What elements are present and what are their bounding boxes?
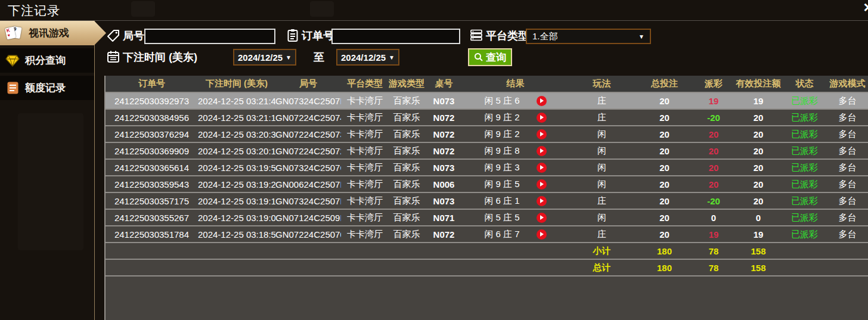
sidebar: 9♠ K♥ 视讯游戏 积分查询 额: [0, 21, 95, 320]
cell-round: GN07224C25074: [275, 113, 341, 123]
column-header: 派彩: [693, 78, 734, 89]
cell-time: 2024-12-25 03:21:15: [198, 113, 275, 123]
cell-valid_bet: 20: [734, 179, 782, 189]
play-video-icon[interactable]: [537, 113, 547, 123]
table-row[interactable]: 2412250303595432024-12-25 03:19:29GN0062…: [106, 175, 868, 192]
cell-total_bet: 20: [636, 196, 693, 206]
cell-valid_bet: 20: [734, 129, 782, 139]
cell-status: 已派彩: [782, 229, 827, 240]
table-row[interactable]: 2412250303552672024-12-25 03:19:03GN0712…: [106, 209, 868, 225]
cell-play: 闲: [568, 212, 636, 223]
cell-round: GN00624C2507P: [275, 179, 341, 189]
cell-status: 已派彩: [782, 145, 827, 157]
cell-status: 已派彩: [782, 129, 827, 140]
cell-table_no: N073: [424, 196, 463, 206]
cell-total_bet: 20: [636, 229, 693, 240]
table-row[interactable]: 2412250303571752024-12-25 03:19:15GN0732…: [106, 192, 868, 209]
play-video-icon[interactable]: [537, 96, 547, 106]
search-icon: [474, 52, 483, 62]
table-row[interactable]: 2412250303656142024-12-25 03:19:53GN0732…: [106, 159, 868, 175]
sidebar-item-points-query[interactable]: 积分查询: [0, 48, 94, 73]
cell-mode: 多台: [827, 212, 868, 223]
cell-mode: 多台: [827, 95, 868, 107]
platform-type-select[interactable]: 1.全部 ▼: [526, 29, 651, 44]
play-video-icon[interactable]: [537, 179, 547, 189]
cell-result: 闲 9 庄 2: [463, 129, 568, 140]
cell-time: 2024-12-25 03:21:49: [198, 96, 275, 106]
chevron-down-icon: ▼: [389, 54, 395, 61]
result-text: 闲 5 庄 5: [484, 212, 519, 223]
date-to-value: 2024/12/25: [341, 52, 386, 63]
document-icon: [5, 82, 20, 95]
cell-play: 闲: [568, 162, 636, 173]
close-icon[interactable]: ✕: [863, 1, 868, 15]
date-to-picker[interactable]: 2024/12/25 ▼: [336, 49, 399, 66]
cell-table_no: N071: [424, 213, 463, 223]
page-title: 下注记录: [8, 2, 60, 19]
cell-platform: 卡卡湾厅: [341, 112, 389, 123]
cell-time: 2024-12-25 03:20:39: [198, 129, 275, 139]
cell-total_bet: 20: [636, 163, 693, 173]
column-header: 平台类型: [341, 78, 389, 89]
table-row[interactable]: 2412250303517842024-12-25 03:18:51GN0722…: [106, 225, 868, 242]
cell-time: 2024-12-25 03:19:53: [198, 163, 275, 173]
platform-list-icon: [469, 28, 483, 42]
play-video-icon[interactable]: [537, 163, 547, 173]
table-row[interactable]: 2412250303849562024-12-25 03:21:15GN0722…: [106, 108, 868, 125]
table-end-divider: [106, 275, 868, 276]
search-button[interactable]: 查询: [468, 48, 512, 66]
cell-status: 已派彩: [782, 195, 827, 207]
cell-table_no: N073: [424, 163, 463, 173]
search-button-label: 查询: [486, 51, 506, 64]
cell-status: 已派彩: [782, 162, 827, 173]
order-number-input[interactable]: [331, 29, 460, 44]
play-video-icon[interactable]: [537, 213, 547, 223]
play-video-icon[interactable]: [537, 146, 547, 156]
cell-table_no: N073: [424, 96, 463, 106]
cell-platform: 卡卡湾厅: [341, 129, 389, 140]
table-row[interactable]: 2412250303699092024-12-25 03:20:14GN0722…: [106, 142, 868, 159]
cell-round: GN07224C25070: [275, 229, 341, 240]
cell-platform: 卡卡湾厅: [341, 195, 389, 207]
betting-records-window: 下注记录 ✕ 9♠ K♥ 视讯游戏 积分查询: [0, 0, 868, 320]
cell-platform: 卡卡湾厅: [341, 145, 389, 157]
column-header: 下注时间 (美东): [198, 78, 275, 89]
cell-payout: 19: [693, 96, 734, 106]
cell-mode: 多台: [827, 179, 868, 190]
cell-play: 庄: [568, 112, 636, 123]
table-row[interactable]: 2412250303762942024-12-25 03:20:39GN0722…: [106, 125, 868, 142]
cell-result: 闲 6 庄 7: [463, 229, 568, 240]
subtotal-row: 小计18078158: [106, 242, 868, 259]
cell-total_bet: 20: [636, 146, 693, 156]
chevron-down-icon: ▼: [638, 33, 644, 40]
result-text: 闲 5 庄 6: [484, 95, 519, 107]
cell-valid_bet: 20: [734, 196, 782, 206]
play-video-icon[interactable]: [537, 196, 547, 206]
date-from-value: 2024/12/25: [238, 52, 283, 63]
cell-total_bet: 20: [636, 179, 693, 189]
date-from-picker[interactable]: 2024/12/25 ▼: [233, 49, 296, 66]
cell-table_no: N072: [424, 129, 463, 139]
play-video-icon[interactable]: [537, 229, 547, 240]
cell-valid_bet: 0: [734, 213, 782, 223]
round-number-input[interactable]: [144, 29, 275, 44]
sidebar-item-quota-records[interactable]: 额度记录: [0, 76, 94, 100]
grand-total-row: 总计18078158: [106, 259, 868, 275]
cell-round: GN07324C2507C: [275, 163, 341, 173]
grand-total-label: 总计: [568, 262, 636, 274]
cell-table_no: N072: [424, 146, 463, 156]
cell-status: 已派彩: [782, 112, 827, 123]
cell-game: 百家乐: [389, 112, 424, 123]
cell-mode: 多台: [827, 229, 868, 240]
cell-result: 闲 5 庄 5: [463, 212, 568, 223]
cell-status: 已派彩: [782, 95, 827, 107]
column-header: 玩法: [568, 78, 636, 89]
platform-type-label: 平台类型: [486, 29, 529, 43]
table-row[interactable]: 2412250303929732024-12-25 03:21:49GN0732…: [106, 92, 868, 108]
result-text: 闲 9 庄 8: [484, 145, 519, 157]
column-header: 游戏类型: [389, 78, 424, 89]
grand-total-payout: 78: [693, 263, 734, 273]
play-video-icon[interactable]: [537, 129, 547, 139]
column-header: 订单号: [106, 78, 198, 89]
cell-payout: -20: [693, 113, 734, 123]
